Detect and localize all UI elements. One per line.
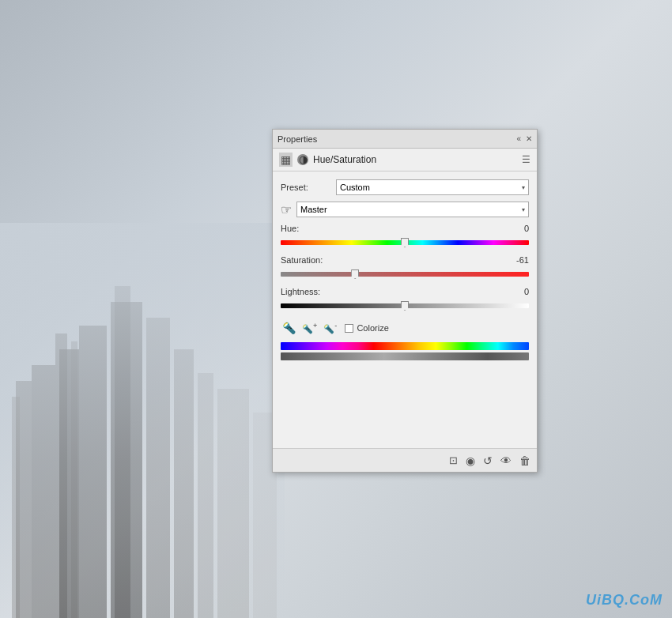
lightness-thumb[interactable] xyxy=(401,301,409,311)
channel-dropdown-arrow: ▾ xyxy=(522,206,525,213)
properties-panel: Properties « ✕ ▦ ◑ Hue/Saturation ☰ Pres… xyxy=(272,129,538,473)
lightness-slider[interactable] xyxy=(281,298,529,314)
delete-icon[interactable]: 🗑 xyxy=(519,454,530,467)
light-track xyxy=(281,303,529,308)
hue-thumb[interactable] xyxy=(401,238,409,247)
lightness-value: 0 xyxy=(524,287,529,296)
eyedropper-icon[interactable]: 🔦 xyxy=(281,320,297,336)
colorize-checkbox[interactable] xyxy=(345,324,353,333)
watermark: UiBQ.CoM xyxy=(586,592,663,609)
preset-label: Preset: xyxy=(281,183,336,192)
panel-titlebar: Properties « ✕ xyxy=(273,130,537,149)
panel-header-title: Hue/Saturation xyxy=(313,154,376,165)
collapse-button[interactable]: « xyxy=(516,135,521,143)
colorize-check-group: Colorize xyxy=(345,323,388,333)
rainbow-bar-full xyxy=(281,342,529,350)
hue-row: Hue: 0 xyxy=(281,224,529,251)
hand-icon[interactable]: ☞ xyxy=(281,202,292,217)
panel-footer: ⊡ ◉ ↺ 👁 🗑 xyxy=(273,448,537,472)
preset-dropdown[interactable]: Custom ▾ xyxy=(336,179,529,195)
close-button[interactable]: ✕ xyxy=(526,135,532,143)
hue-track xyxy=(281,240,529,245)
hue-label: Hue: xyxy=(281,224,299,233)
panel-menu-button[interactable]: ☰ xyxy=(522,154,530,165)
channel-value: Master xyxy=(300,205,327,214)
lightness-row: Lightness: 0 xyxy=(281,287,529,314)
add-layer-icon[interactable]: ⊡ xyxy=(449,454,458,466)
rainbow-bar-desaturated xyxy=(281,352,529,360)
panel-body: Preset: Custom ▾ ☞ Master ▾ Hue: 0 xyxy=(273,171,537,448)
tools-row: 🔦 🔦+ 🔦- Colorize xyxy=(281,320,529,336)
eye-icon[interactable]: 👁 xyxy=(500,454,512,467)
circle-half-icon: ◑ xyxy=(297,154,308,165)
reset-icon[interactable]: ↺ xyxy=(483,454,493,467)
saturation-value: -61 xyxy=(516,255,529,265)
panel-spacer xyxy=(281,363,529,442)
grid-icon: ▦ xyxy=(279,153,293,167)
visibility-icon[interactable]: ◉ xyxy=(466,454,475,467)
preset-dropdown-arrow: ▾ xyxy=(522,184,525,191)
eyedropper-sub-icon[interactable]: 🔦- xyxy=(322,320,338,336)
svg-rect-14 xyxy=(0,223,285,618)
channel-dropdown[interactable]: Master ▾ xyxy=(296,202,529,217)
panel-title-label: Properties xyxy=(277,134,317,144)
lightness-label: Lightness: xyxy=(281,287,320,296)
eyedropper-add-icon[interactable]: 🔦+ xyxy=(300,320,319,336)
channel-row: ☞ Master ▾ xyxy=(281,202,529,217)
hue-slider[interactable] xyxy=(281,235,529,251)
saturation-label: Saturation: xyxy=(281,255,323,265)
panel-header: ▦ ◑ Hue/Saturation ☰ xyxy=(273,149,537,171)
colorize-label: Colorize xyxy=(357,323,388,333)
preset-value: Custom xyxy=(340,183,370,192)
sat-track xyxy=(281,272,529,277)
saturation-row: Saturation: -61 xyxy=(281,255,529,282)
preset-row: Preset: Custom ▾ xyxy=(281,179,529,195)
saturation-thumb[interactable] xyxy=(351,269,359,279)
saturation-slider[interactable] xyxy=(281,266,529,282)
titlebar-controls: « ✕ xyxy=(516,135,532,143)
hue-value: 0 xyxy=(524,224,529,233)
city-silhouette xyxy=(0,223,285,618)
